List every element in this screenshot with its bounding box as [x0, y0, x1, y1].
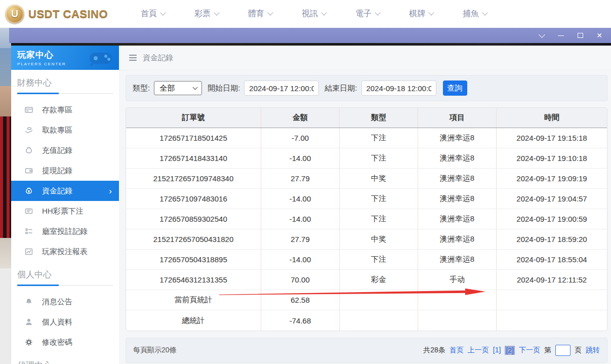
summary-row: 總統計-74.68 [126, 310, 607, 331]
sidebar-item-label: 存款專區 [42, 105, 72, 115]
section-divider [17, 93, 113, 94]
table-cell: 2024-09-17 19:15:18 [497, 128, 607, 148]
sidebar-item-label: 充值記錄 [42, 146, 72, 155]
table-cell: 下注 [340, 209, 418, 229]
table-cell: 2024-09-17 19:04:57 [497, 189, 607, 209]
gear-icon [24, 338, 33, 347]
sidebar-item-messages[interactable]: 消息公告 [11, 292, 119, 312]
nav-item-label: 體育 [248, 9, 264, 19]
table-cell [497, 290, 607, 310]
page-title: 資金記錄 [143, 53, 173, 63]
table-row: 215217265705043182027.79中奖澳洲幸运82024-09-1… [126, 229, 607, 250]
sidebar-item-label: HH彩票下注 [42, 207, 84, 216]
page-links: [1] [2] [493, 346, 515, 355]
sidebar-item-room-bet-record[interactable]: 廳室投註記錄 [11, 221, 119, 241]
table-cell: 中奖 [340, 229, 418, 249]
section-heading: 代理中心 [17, 359, 113, 364]
jump-button[interactable]: 跳转 [586, 346, 600, 355]
nav-item-slots[interactable]: 電子 [355, 9, 380, 19]
start-date-input[interactable] [244, 80, 319, 96]
brand-logo[interactable]: U USDT CASINO [5, 5, 114, 24]
section-heading: 財務中心 [17, 77, 113, 93]
type-label: 類型: [133, 84, 150, 93]
page-link-2[interactable]: [2] [505, 346, 515, 355]
section-divider [17, 285, 113, 286]
nav-item-lottery[interactable]: 彩票 [194, 9, 219, 19]
table-body: 1726571718501425-7.00下注澳洲幸运82024-09-17 1… [126, 128, 607, 331]
sidebar-item-withdraw[interactable]: 取款專區 [11, 120, 119, 140]
window-maximize-button[interactable] [577, 32, 584, 39]
table-cell: 1726570504318895 [126, 250, 261, 269]
table-cell [418, 310, 497, 331]
sidebar-item-funds-record[interactable]: 資金記錄› [11, 181, 119, 201]
sidebar-item-player-bet-report[interactable]: 玩家投注報表 [11, 241, 119, 262]
table-cell: 澳洲幸运8 [418, 209, 497, 229]
sidebar-item-deposit[interactable]: 存款專區 [11, 100, 119, 120]
nav-item-label: 捕魚 [463, 9, 479, 19]
sidebar-header: 玩家中心 PLAYERS CENTER [11, 46, 119, 70]
prev-page-link[interactable]: 上一页 [468, 346, 489, 355]
table-cell: 澳洲幸运8 [418, 148, 497, 168]
window-minimize-button[interactable] [557, 32, 564, 39]
next-page-link[interactable]: 下一页 [519, 346, 540, 355]
sidebar-item-withdraw-record[interactable]: 提現記錄 [11, 160, 119, 181]
menu-icon[interactable] [129, 55, 137, 61]
sidebar-item-profile[interactable]: 個人資料 [11, 312, 119, 332]
minimize-icon [558, 35, 564, 36]
table-cell: -14.00 [261, 148, 340, 168]
table-cell: 下注 [340, 250, 418, 269]
table-cell: -74.68 [261, 310, 340, 331]
column-header: 金額 [261, 108, 340, 128]
sidebar-item-label: 取款專區 [42, 126, 72, 135]
chevron-down-icon [375, 10, 380, 15]
nav-item-label: 彩票 [194, 9, 211, 19]
page-jump-input[interactable] [555, 345, 571, 356]
table-cell: 總統計 [126, 310, 261, 331]
search-button[interactable]: 查詢 [443, 80, 467, 96]
window-close-button[interactable]: ✕ [596, 32, 603, 39]
person-icon [24, 317, 33, 327]
table-cell: 2152172657109748340 [126, 169, 261, 188]
type-select-value: 全部 [159, 84, 175, 93]
nav-item-label: 視訊 [302, 9, 318, 19]
table-cell: 27.79 [261, 229, 340, 249]
jump-prefix-label: 第 [544, 346, 551, 355]
top-nav: U USDT CASINO 首頁彩票體育視訊電子棋牌捕魚 [0, 0, 611, 28]
sidebar-item-change-password[interactable]: 修改密碼 [11, 332, 119, 352]
sidebar-item-recharge-record[interactable]: 充值記錄 [11, 140, 119, 160]
nav-item-label: 棋牌 [409, 9, 425, 19]
table-cell [497, 310, 607, 331]
table-cell [340, 310, 418, 331]
table-cell: 1726546312131355 [126, 270, 261, 290]
first-page-link[interactable]: 首页 [450, 346, 464, 355]
end-date-label: 結束日期: [324, 84, 357, 93]
sidebar-item-label: 個人資料 [42, 317, 72, 327]
sidebar-item-hh-lottery-bets[interactable]: HH彩票下注 [11, 201, 119, 221]
table-row: 1726570504318895-14.00下注澳洲幸运82024-09-17 … [126, 250, 607, 270]
window-titlebar: ✕ [9, 28, 611, 43]
table-cell: 2024-09-17 12:11:52 [497, 270, 607, 290]
chevron-down-icon [539, 31, 545, 38]
nav-item-live-video[interactable]: 視訊 [302, 9, 326, 19]
sidebar-item-label: 修改密碼 [42, 338, 72, 347]
maximize-icon [578, 33, 583, 38]
nav-item-fishing[interactable]: 捕魚 [463, 9, 487, 19]
close-icon: ✕ [596, 32, 602, 39]
table-cell: 彩金 [340, 270, 418, 290]
type-select[interactable]: 全部 [154, 81, 202, 95]
window-body: 玩家中心 PLAYERS CENTER 財務中心存款專區取款專區充值記錄提現記錄… [9, 43, 611, 364]
page-link-1[interactable]: [1] [493, 346, 501, 355]
table-cell: -14.00 [261, 209, 340, 229]
sidebar: 玩家中心 PLAYERS CENTER 財務中心存款專區取款專區充值記錄提現記錄… [11, 46, 119, 364]
nav-item-sports[interactable]: 體育 [248, 9, 272, 19]
table-cell: 下注 [340, 189, 418, 209]
ticket-icon [24, 207, 33, 216]
sidebar-item-label: 消息公告 [42, 297, 72, 307]
nav-item-card-games[interactable]: 棋牌 [409, 9, 433, 19]
window-collapse-button[interactable] [538, 32, 545, 39]
table-cell: 1726570859302540 [126, 209, 261, 229]
logo-coin-icon: U [5, 5, 24, 24]
list-icon [24, 227, 33, 236]
nav-item-home[interactable]: 首頁 [141, 9, 165, 19]
end-date-input[interactable] [361, 80, 436, 96]
